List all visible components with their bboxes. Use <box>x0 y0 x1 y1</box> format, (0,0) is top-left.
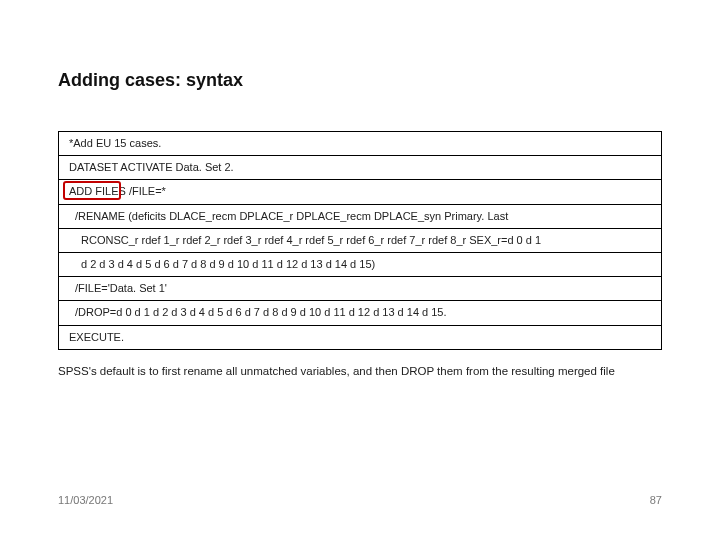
code-line: DATASET ACTIVATE Data. Set 2. <box>59 156 661 180</box>
code-line: /DROP=d 0 d 1 d 2 d 3 d 4 d 5 d 6 d 7 d … <box>59 301 661 325</box>
syntax-code-box: *Add EU 15 cases. DATASET ACTIVATE Data.… <box>58 131 662 350</box>
code-line: /FILE='Data. Set 1' <box>59 277 661 301</box>
code-line: *Add EU 15 cases. <box>59 132 661 156</box>
slide: Adding cases: syntax *Add EU 15 cases. D… <box>0 0 720 540</box>
code-line: EXECUTE. <box>59 326 661 349</box>
explanatory-caption: SPSS's default is to first rename all un… <box>58 364 662 379</box>
footer-date: 11/03/2021 <box>58 494 113 506</box>
footer-page-number: 87 <box>650 494 662 506</box>
code-line: d 2 d 3 d 4 d 5 d 6 d 7 d 8 d 9 d 10 d 1… <box>59 253 661 277</box>
code-line: ADD FILES /FILE=* <box>59 180 661 204</box>
code-line: /RENAME (deficits DLACE_recm DPLACE_r DP… <box>59 205 661 229</box>
code-line: RCONSC_r rdef 1_r rdef 2_r rdef 3_r rdef… <box>59 229 661 253</box>
code-text: ADD FILES /FILE=* <box>69 185 166 197</box>
page-title: Adding cases: syntax <box>58 70 662 91</box>
